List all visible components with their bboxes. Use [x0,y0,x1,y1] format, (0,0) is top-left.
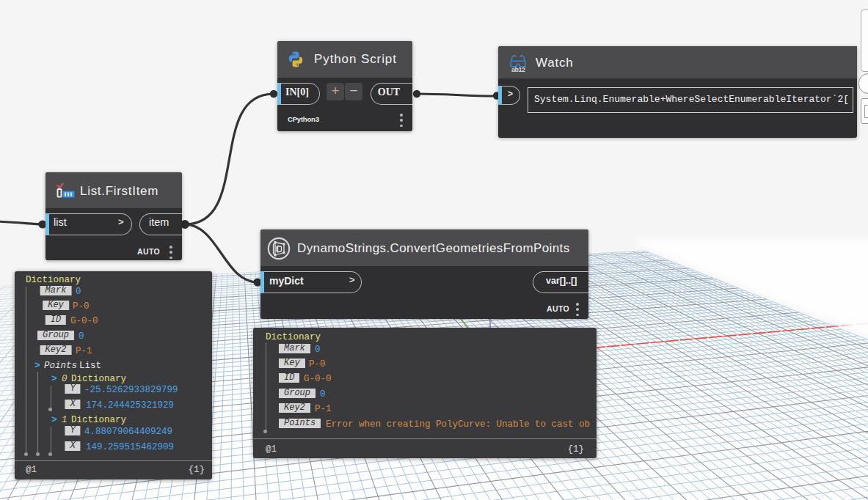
svg-text:ab12: ab12 [511,66,525,73]
